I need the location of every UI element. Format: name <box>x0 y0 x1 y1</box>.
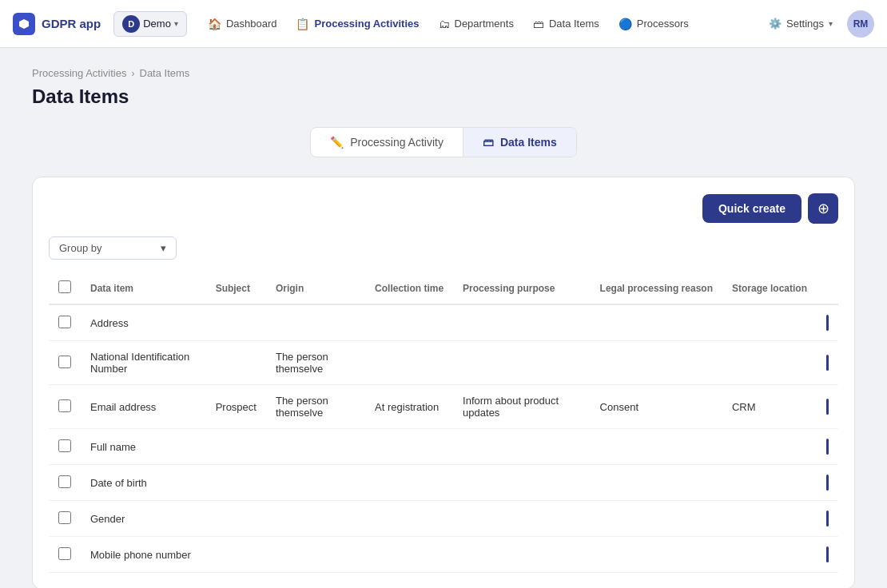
row-action[interactable] <box>817 501 838 537</box>
data-items-icon: 🗃 <box>533 18 544 30</box>
col-header-subject: Subject <box>206 272 266 304</box>
row-action[interactable] <box>817 537 838 573</box>
processors-icon: 🔵 <box>619 18 632 30</box>
group-by-label: Group by <box>59 242 101 254</box>
select-all-checkbox[interactable] <box>58 280 71 293</box>
row-checkbox-cell <box>49 304 81 341</box>
breadcrumb-processing-activities[interactable]: Processing Activities <box>32 67 127 79</box>
row-action-indicator <box>826 315 829 331</box>
table-row: Date of birth <box>49 465 838 501</box>
row-collection-time <box>365 341 453 385</box>
nav-link-data-items-label: Data Items <box>549 18 599 30</box>
row-action[interactable] <box>817 341 838 385</box>
breadcrumb: Processing Activities › Data Items <box>32 67 855 79</box>
row-checkbox-cell <box>49 341 81 385</box>
add-icon-button[interactable]: ⊕ <box>808 193 838 224</box>
nav-link-processors[interactable]: 🔵 Processors <box>611 13 697 35</box>
row-legal-processing-reason <box>591 501 722 537</box>
breadcrumb-data-items[interactable]: Data Items <box>140 67 190 79</box>
row-checkbox-4[interactable] <box>58 475 71 488</box>
row-checkbox-1[interactable] <box>58 356 71 368</box>
table-row: Address <box>49 304 838 341</box>
row-action-indicator <box>826 399 829 415</box>
row-action[interactable] <box>817 429 838 465</box>
page-title: Data Items <box>32 85 855 108</box>
row-action-indicator <box>826 355 829 371</box>
settings-label: Settings <box>786 18 824 30</box>
processing-activities-icon: 📋 <box>296 18 309 30</box>
row-storage-location <box>722 537 817 573</box>
row-data-item: National Identification Number <box>81 341 206 385</box>
nav-link-dashboard[interactable]: 🏠 Dashboard <box>200 13 285 35</box>
row-action-indicator <box>826 546 829 562</box>
settings-link[interactable]: ⚙️ Settings ▾ <box>761 13 841 34</box>
row-processing-purpose <box>453 465 590 501</box>
row-checkbox-cell <box>49 501 81 537</box>
table-row: Mobile phone number <box>49 537 838 573</box>
filter-row: Group by ▾ <box>49 236 838 260</box>
row-collection-time <box>365 465 453 501</box>
row-subject <box>206 304 266 341</box>
row-subject: Prospect <box>206 385 266 429</box>
nav-link-data-items[interactable]: 🗃 Data Items <box>525 13 607 35</box>
row-processing-purpose <box>453 341 590 385</box>
row-action[interactable] <box>817 465 838 501</box>
col-header-data-item: Data item <box>81 272 206 304</box>
nav-link-departments[interactable]: 🗂 Departments <box>431 13 522 35</box>
breadcrumb-separator: › <box>132 68 135 79</box>
brand-logo <box>13 13 35 35</box>
tabs: ✏️ Processing Activity 🗃 Data Items <box>310 127 577 157</box>
quick-create-button[interactable]: Quick create <box>702 194 801 223</box>
group-by-dropdown[interactable]: Group by ▾ <box>49 236 177 260</box>
table-header: Data item Subject Origin Collection time… <box>49 272 838 304</box>
row-checkbox-2[interactable] <box>58 399 71 412</box>
demo-label: Demo <box>143 18 171 30</box>
row-origin: The person themselve <box>266 385 365 429</box>
nav-link-processors-label: Processors <box>637 18 689 30</box>
data-items-tab-icon: 🗃 <box>483 136 494 149</box>
row-collection-time: At registration <box>365 385 453 429</box>
row-action[interactable] <box>817 304 838 341</box>
row-checkbox-3[interactable] <box>58 439 71 452</box>
page-content: Processing Activities › Data Items Data … <box>0 48 887 588</box>
navbar: GDPR app D Demo ▾ 🏠 Dashboard 📋 Processi… <box>0 0 887 48</box>
user-avatar[interactable]: RM <box>847 10 874 38</box>
nav-links: 🏠 Dashboard 📋 Processing Activities 🗂 De… <box>200 13 754 35</box>
col-header-legal-processing-reason: Legal processing reason <box>591 272 722 304</box>
table-body: Address National Identification Number T… <box>49 304 838 573</box>
row-checkbox-cell <box>49 385 81 429</box>
row-processing-purpose: Inform about product updates <box>453 385 590 429</box>
table-row: National Identification Number The perso… <box>49 341 838 385</box>
row-legal-processing-reason <box>591 341 722 385</box>
col-header-collection-time: Collection time <box>365 272 453 304</box>
card-toolbar: Quick create ⊕ <box>49 193 838 224</box>
row-legal-processing-reason <box>591 465 722 501</box>
nav-link-departments-label: Departments <box>455 18 514 30</box>
row-storage-location <box>722 501 817 537</box>
nav-right: ⚙️ Settings ▾ RM <box>761 10 874 38</box>
row-checkbox-cell <box>49 429 81 465</box>
row-data-item: Full name <box>81 429 206 465</box>
row-action-indicator <box>826 511 829 526</box>
col-header-storage-location: Storage location <box>722 272 817 304</box>
row-processing-purpose <box>453 501 590 537</box>
plus-icon: ⊕ <box>817 200 829 217</box>
nav-link-processing-activities[interactable]: 📋 Processing Activities <box>288 13 427 35</box>
row-storage-location <box>722 341 817 385</box>
row-legal-processing-reason <box>591 429 722 465</box>
row-checkbox-6[interactable] <box>58 547 71 560</box>
row-checkbox-5[interactable] <box>58 511 71 524</box>
row-subject <box>206 465 266 501</box>
tab-processing-activity[interactable]: ✏️ Processing Activity <box>311 128 463 157</box>
data-items-table: Data item Subject Origin Collection time… <box>49 272 838 573</box>
data-items-card: Quick create ⊕ Group by ▾ Data item Subj… <box>32 177 855 588</box>
row-checkbox-0[interactable] <box>58 316 71 328</box>
tab-data-items[interactable]: 🗃 Data Items <box>463 128 576 157</box>
row-data-item: Date of birth <box>81 465 206 501</box>
settings-icon: ⚙️ <box>769 18 782 30</box>
departments-icon: 🗂 <box>439 18 450 30</box>
row-action-indicator <box>826 475 829 491</box>
row-data-item: Email address <box>81 385 206 429</box>
demo-selector[interactable]: D Demo ▾ <box>113 11 187 37</box>
row-action[interactable] <box>817 385 838 429</box>
